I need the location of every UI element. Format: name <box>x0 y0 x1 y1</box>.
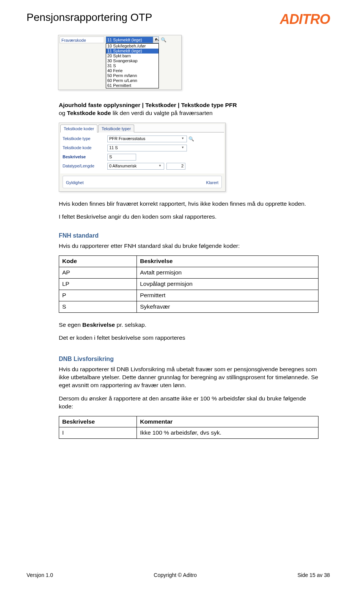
heading-fnh: FNH standard <box>59 232 318 240</box>
paragraph: Hvis koden finnes blir fraværet korrekt … <box>59 200 318 208</box>
heading-dnb: DNB Livsforsikring <box>59 355 318 363</box>
table-row: LPLovpålagt permisjon <box>59 278 318 290</box>
footer-version: Versjon 1.0 <box>27 572 53 578</box>
paragraph: Det er koden i feltet beskrivelse som ra… <box>59 334 318 342</box>
table-header: Beskrivelse <box>137 255 318 267</box>
validity-fieldset: Gyldighet Klarert <box>63 176 222 188</box>
brand-logo: ADITRO <box>280 11 330 27</box>
form-screenshot: Tekstkode koder Tekstkode typer Tekstkod… <box>59 123 226 192</box>
datatype-combobox[interactable]: 0 Alfanumerisk▼ <box>107 163 164 170</box>
table-row: PPermittert <box>59 290 318 301</box>
beskrivelse-input[interactable]: S <box>107 154 136 161</box>
paragraph: Hvis du rapporterer etter FNH standard s… <box>59 242 318 250</box>
chevron-down-icon: ▼ <box>158 164 162 168</box>
tab-tekstkode-typer[interactable]: Tekstkode typer <box>98 125 134 132</box>
label-beskrivelse: Beskrivelse <box>63 154 107 160</box>
tekstkode-kode-combobox[interactable]: 11 S▼ <box>107 145 187 151</box>
list-item[interactable]: 11 Sykmeldt (lege) <box>106 49 158 54</box>
list-item[interactable]: 31 S <box>106 63 158 68</box>
instruction-paragraph: Ajourhold faste opplysninger | Tekstkode… <box>59 101 318 117</box>
dropdown-screenshot: Fraværskode 11 Sykmeldt (lege) ▼ 🔍 ↖ 10 … <box>58 35 182 90</box>
chevron-down-icon[interactable]: ▼ <box>153 37 158 43</box>
chevron-down-icon: ▼ <box>180 146 185 150</box>
label-klarert: Klarert <box>206 180 218 186</box>
fnh-codes-table: Kode Beskrivelse APAvtalt permisjon LPLo… <box>59 255 318 313</box>
paragraph: Dersom du ønsker å rapportere at den ans… <box>59 395 318 411</box>
table-row: APAvtalt permisjon <box>59 267 318 278</box>
table-row: IIkke 100 % arbeidsfør, dvs syk. <box>59 427 318 439</box>
table-header: Beskrivelse <box>59 416 137 427</box>
chevron-down-icon: ▼ <box>180 137 185 141</box>
paragraph: Hvis du rapporterer til DNB Livsforsikri… <box>59 366 318 389</box>
label-tekstkode-kode: Tekstkode kode <box>63 145 107 151</box>
lengde-input[interactable]: 2 <box>166 163 185 170</box>
tekstkode-type-combobox[interactable]: PFR Fraværsstatus▼ <box>107 136 187 142</box>
search-icon[interactable]: 🔍 <box>188 136 194 142</box>
paragraph: Se egen Beskrivelse pr. selskap. <box>59 321 318 329</box>
combobox-selected-value: 11 Sykmeldt (lege) <box>106 37 153 43</box>
list-item[interactable]: 20 Sykt barn <box>106 54 158 58</box>
label-datatype: Datatype/Lengde <box>63 163 107 169</box>
label-gyldighet: Gyldighet <box>66 180 83 186</box>
list-item[interactable]: 40 Ferie <box>106 68 158 73</box>
list-item[interactable]: 30 Svangerskap <box>106 58 158 63</box>
paragraph: I feltet Beskrivelse angir du den koden … <box>59 213 318 221</box>
footer-page-number: Side 15 av 38 <box>297 572 330 578</box>
list-item[interactable]: 61 Permittert <box>106 83 158 88</box>
label-tekstkode-type: Tekstkode type <box>63 136 107 142</box>
tab-tekstkode-koder[interactable]: Tekstkode koder <box>60 125 97 132</box>
dnb-codes-table: Beskrivelse Kommentar IIkke 100 % arbeid… <box>59 416 318 439</box>
page-title: Pensjonsrapportering OTP <box>27 11 152 24</box>
list-item[interactable]: 50 Perm m/lønn <box>106 73 158 78</box>
table-header: Kode <box>59 255 137 267</box>
fravaerskode-combobox[interactable]: 11 Sykmeldt (lege) ▼ <box>106 36 159 43</box>
list-item[interactable]: 10 Syk/legebeh./ufør <box>106 44 158 49</box>
footer-copyright: Copyright © Aditro <box>154 572 197 578</box>
list-item[interactable]: 60 Perm u/Lønn <box>106 78 158 83</box>
field-label-fravaerskode: Fraværskode <box>60 36 104 43</box>
table-header: Kommentar <box>137 416 318 427</box>
search-icon[interactable]: 🔍 <box>160 37 166 43</box>
table-row: SSykefravær <box>59 301 318 312</box>
combobox-dropdown-list[interactable]: 10 Syk/legebeh./ufør 11 Sykmeldt (lege) … <box>106 43 159 88</box>
